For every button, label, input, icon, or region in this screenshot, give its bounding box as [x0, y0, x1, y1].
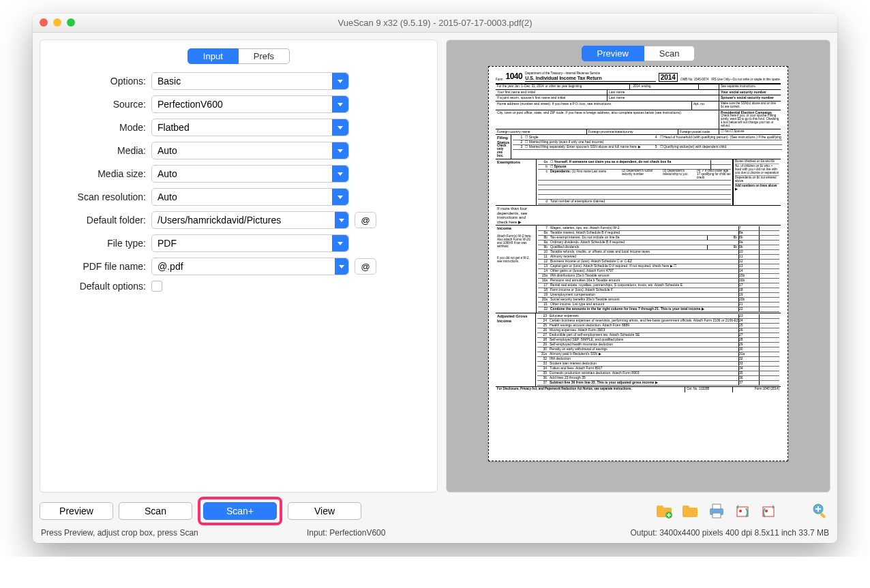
preview-button[interactable]: Preview — [40, 502, 113, 520]
form-title: U.S. Individual Income Tax Return — [525, 76, 655, 82]
row-resolution: Scan resolution:Auto — [47, 188, 430, 206]
rotate-right-icon[interactable] — [758, 502, 779, 520]
label-pdfname: PDF file name: — [47, 261, 146, 272]
label-folder: Default folder: — [47, 215, 146, 226]
label-defaults: Default options: — [47, 281, 146, 292]
chevron-down-icon[interactable] — [332, 235, 348, 251]
folder-plus-icon[interactable] — [655, 502, 675, 520]
at-button-pdfname[interactable]: @ — [355, 258, 376, 275]
preview-panel: Preview Scan Form 1040 Department of the… — [446, 40, 830, 493]
row-source: Source:PerfectionV600 — [47, 95, 430, 113]
traffic-lights — [40, 18, 75, 27]
row-media: Media:Auto — [47, 142, 430, 159]
checkbox-defaults[interactable] — [151, 281, 162, 292]
svg-rect-7 — [712, 513, 721, 518]
close-icon[interactable] — [40, 18, 48, 27]
folder-icon[interactable] — [680, 502, 701, 520]
toolbar-icons — [655, 502, 830, 520]
select-media[interactable]: Auto — [151, 142, 349, 159]
settings-tabs: Input Prefs — [47, 48, 430, 64]
select-options[interactable]: Basic — [151, 72, 349, 90]
chevron-down-icon[interactable] — [332, 189, 348, 205]
row-filetype: File type:PDF — [47, 234, 430, 252]
svg-rect-6 — [712, 504, 721, 509]
select-mode[interactable]: Flatbed — [151, 119, 349, 136]
select-resolution[interactable]: Auto — [151, 188, 349, 206]
row-mode: Mode:Flatbed — [47, 119, 430, 136]
chevron-down-icon[interactable] — [332, 73, 348, 89]
printer-icon[interactable] — [706, 502, 727, 520]
label-options: Options: — [47, 76, 146, 87]
status-input: Input: PerfectionV600 — [307, 528, 630, 538]
select-filetype[interactable]: PDF — [151, 234, 349, 252]
chevron-down-icon[interactable] — [335, 258, 348, 275]
scan-button[interactable]: Scan — [119, 502, 192, 520]
label-filetype: File type: — [47, 238, 146, 249]
row-pdfname: PDF file name:@.pdf@ — [47, 258, 430, 275]
titlebar: VueScan 9 x32 (9.5.19) - 2015-07-17-0003… — [33, 14, 837, 33]
svg-point-9 — [739, 510, 742, 512]
window-title: VueScan 9 x32 (9.5.19) - 2015-07-17-0003… — [33, 18, 837, 28]
select-source[interactable]: PerfectionV600 — [151, 95, 349, 113]
row-defaults: Default options: — [47, 281, 430, 292]
select-mediasize[interactable]: Auto — [151, 165, 349, 183]
highlight-annotation: Scan+ — [198, 497, 282, 525]
at-button-folder[interactable]: @ — [355, 212, 376, 228]
scanplus-button[interactable]: Scan+ — [203, 502, 277, 520]
form-number: 1040 — [506, 72, 523, 81]
label-media: Media: — [47, 145, 146, 156]
row-mediasize: Media size:Auto — [47, 165, 430, 183]
tab-scan[interactable]: Scan — [644, 46, 695, 61]
tab-input[interactable]: Input — [188, 48, 239, 64]
app-window: VueScan 9 x32 (9.5.19) - 2015-07-17-0003… — [33, 14, 837, 543]
label-mediasize: Media size: — [47, 168, 146, 179]
tab-preview[interactable]: Preview — [582, 46, 644, 61]
preview-tabs: Preview Scan — [447, 46, 830, 61]
chevron-down-icon[interactable] — [335, 212, 348, 228]
row-options: Options:Basic — [47, 72, 430, 90]
label-source: Source: — [47, 99, 146, 110]
status-output: Output: 3400x4400 pixels 400 dpi 8.5x11 … — [630, 528, 829, 538]
select-pdfname[interactable]: @.pdf — [151, 258, 349, 275]
select-folder[interactable]: /Users/hamrickdavid/Pictures — [151, 211, 349, 229]
zoom-icon[interactable] — [810, 502, 830, 520]
tab-prefs[interactable]: Prefs — [239, 48, 290, 64]
minimize-icon[interactable] — [53, 18, 61, 27]
svg-point-11 — [765, 510, 768, 512]
rotate-left-icon[interactable] — [732, 502, 753, 520]
chevron-down-icon[interactable] — [332, 166, 348, 182]
view-button[interactable]: View — [288, 502, 361, 520]
zoom-icon[interactable] — [67, 18, 75, 27]
bottom-bar: Preview Scan Scan+ View Press Preview, a… — [33, 497, 837, 543]
chevron-down-icon[interactable] — [332, 96, 348, 112]
chevron-down-icon[interactable] — [332, 142, 348, 159]
row-folder: Default folder:/Users/hamrickdavid/Pictu… — [47, 211, 430, 229]
document-preview[interactable]: Form 1040 Department of the Treasury—Int… — [488, 66, 788, 461]
label-mode: Mode: — [47, 122, 146, 133]
settings-panel: Input Prefs Options:BasicSource:Perfecti… — [40, 40, 438, 493]
svg-rect-4 — [682, 506, 689, 510]
chevron-down-icon[interactable] — [332, 119, 348, 136]
label-resolution: Scan resolution: — [47, 191, 146, 202]
svg-rect-1 — [657, 506, 663, 510]
status-hint: Press Preview, adjust crop box, press Sc… — [41, 528, 307, 538]
